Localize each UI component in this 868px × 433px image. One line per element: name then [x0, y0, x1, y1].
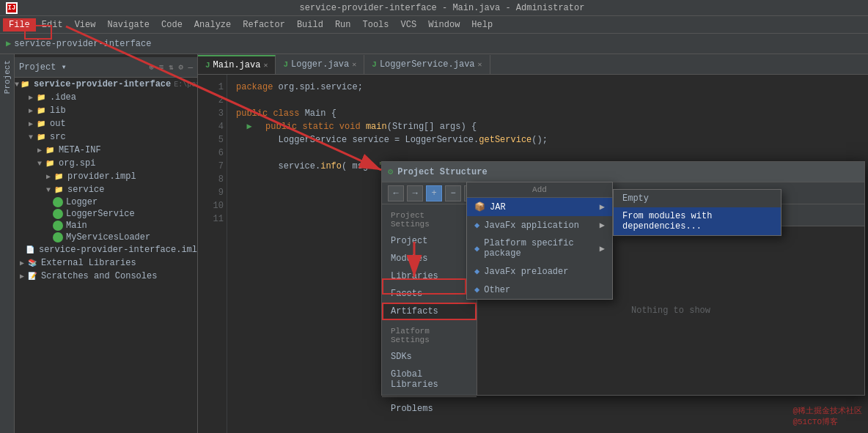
menu-view[interactable]: View	[69, 18, 102, 32]
tree-item-scratches[interactable]: ▶ 📝 Scratches and Consoles	[15, 270, 197, 283]
dialog-sidebar-modules[interactable]: Modules	[382, 250, 477, 267]
tab-loggerservice-java[interactable]: J LoggerService.java ✕	[364, 55, 490, 74]
folder-provider-icon: 📁	[53, 171, 65, 182]
dialog-forward-btn[interactable]: →	[407, 185, 423, 201]
tree-title: Project ▾	[19, 62, 67, 73]
tab-loggerservice-java-label: LoggerService.java	[380, 59, 475, 70]
menu-build[interactable]: Build	[291, 18, 329, 32]
menu-navigate[interactable]: Navigate	[101, 18, 155, 32]
tree-label-loggerservice: LoggerService	[66, 209, 135, 219]
tab-main-java[interactable]: J Main.java ✕	[198, 55, 276, 74]
dialog-sidebar-problems[interactable]: Problems	[382, 400, 477, 418]
menu-code[interactable]: Code	[155, 18, 188, 32]
tree-item-logger[interactable]: Logger	[15, 196, 197, 208]
tab-logger-close[interactable]: ✕	[352, 60, 356, 69]
dialog-sidebar-artifacts[interactable]: Artifacts	[382, 303, 477, 320]
tree-item-lib[interactable]: ▶ 📁 lib	[15, 104, 197, 117]
menu-edit[interactable]: Edit	[36, 18, 69, 32]
window-title: service-provider-interface - Main.java -…	[22, 3, 862, 13]
tree-item-src[interactable]: ▼ 📁 src	[15, 130, 197, 144]
iml-icon: 📄	[24, 244, 36, 256]
menu-window[interactable]: Window	[422, 18, 466, 32]
tree-item-orgspi[interactable]: ▼ 📁 org.spi	[15, 157, 197, 170]
jar-submenu-from-modules[interactable]: From modules with dependencies...	[614, 207, 781, 235]
tree-item-out[interactable]: ▶ 📁 out	[15, 117, 197, 130]
dialog-sidebar-global-libraries[interactable]: Global Libraries	[382, 366, 477, 393]
menu-tools[interactable]: Tools	[357, 18, 395, 32]
dialog-back-btn[interactable]: ←	[388, 185, 404, 201]
tree-label-iml: service-provider-interface.iml	[39, 245, 197, 255]
extlib-icon: 📚	[26, 257, 38, 269]
dialog-add-btn[interactable]: +	[426, 185, 442, 201]
nothing-to-show: Nothing to show	[631, 306, 710, 316]
tree-item-loggerservice[interactable]: LoggerService	[15, 208, 197, 220]
tab-logger-java-label: Logger.java	[291, 59, 349, 70]
editor-tabs: J Main.java ✕ J Logger.java ✕ J LoggerSe…	[198, 54, 868, 75]
tab-loggerservice-close[interactable]: ✕	[478, 60, 482, 69]
tree-arrow-provider: ▶	[44, 172, 53, 181]
dialog-sidebar: Project Settings Project Modules Librari…	[382, 204, 477, 395]
tree-item-iml[interactable]: 📄 service-provider-interface.iml	[15, 243, 197, 256]
tree-toolbar: Project ▾ ⊕ ≡ ⇅ ⚙ —	[15, 57, 197, 78]
menu-run[interactable]: Run	[329, 18, 357, 32]
tree-label-out: out	[50, 119, 66, 129]
menu-analyze[interactable]: Analyze	[188, 18, 237, 32]
add-menu-javafx[interactable]: ◆ JavaFx application ▶	[467, 216, 612, 234]
tab-loggerservice-java-icon: J	[372, 60, 377, 69]
tree-item-meta-inf[interactable]: ▶ 📁 META-INF	[15, 144, 197, 157]
side-tab-project[interactable]: Project	[1, 57, 13, 97]
add-menu-other[interactable]: ◆ Other	[467, 281, 612, 299]
tree-item-idea[interactable]: ▶ 📁 .idea	[15, 91, 197, 104]
tree-item-myservicesloader[interactable]: MyServicesLoader	[15, 232, 197, 243]
tree-arrow-lib: ▶	[26, 106, 35, 115]
side-panel: Project	[0, 54, 15, 433]
dialog-remove-btn[interactable]: −	[445, 185, 461, 201]
tree-arrow-extlib: ▶	[18, 259, 26, 267]
scratches-icon: 📝	[26, 270, 38, 282]
tree-label-extlib: External Libraries	[41, 258, 136, 268]
line-numbers: 12345 67891011	[198, 75, 227, 433]
project-toolbar: ▶ service-provider-interface	[0, 34, 868, 54]
tree-item-main[interactable]: Main	[15, 220, 197, 232]
menu-file[interactable]: File	[3, 18, 36, 32]
tree-item-provider[interactable]: ▶ 📁 provider.impl	[15, 170, 197, 183]
java-class-icon-myservices	[53, 232, 63, 243]
add-menu-jar[interactable]: 📦 JAR ▶	[467, 198, 612, 216]
java-class-icon-main	[53, 221, 63, 231]
tree-root[interactable]: ▼ 📁 service-provider-interface E:\person…	[15, 78, 197, 91]
tab-logger-java[interactable]: J Logger.java ✕	[276, 55, 364, 74]
folder-orgspi-icon: 📁	[44, 158, 56, 169]
dialog-sidebar-facets[interactable]: Facets	[382, 285, 477, 303]
menu-refactor[interactable]: Refactor	[237, 18, 291, 32]
dialog-sidebar-project[interactable]: Project	[382, 232, 477, 250]
add-menu-platform[interactable]: ◆ Platform specific package ▶	[467, 234, 612, 262]
jar-submenu-arrow: ▶	[600, 201, 605, 212]
add-menu-preloader-label: JavaFx preloader	[484, 267, 568, 277]
platform-submenu-arrow: ▶	[600, 243, 605, 254]
tab-main-close[interactable]: ✕	[263, 61, 268, 70]
jar-submenu-empty[interactable]: Empty	[614, 190, 781, 207]
tree-arrow-src: ▼	[26, 133, 35, 141]
folder-src-icon: 📁	[35, 131, 47, 143]
menu-bar: File Edit View Navigate Code Analyze Ref…	[0, 16, 868, 34]
dialog-sidebar-libraries[interactable]: Libraries	[382, 267, 477, 285]
tree-item-service[interactable]: ▼ 📁 service	[15, 183, 197, 196]
tree-arrow-scratches: ▶	[18, 272, 26, 281]
menu-help[interactable]: Help	[466, 18, 499, 32]
folder-meta-icon: 📁	[44, 144, 56, 156]
javafx-icon: ◆	[474, 220, 479, 231]
javafx-submenu-arrow: ▶	[600, 220, 605, 231]
menu-vcs[interactable]: VCS	[395, 18, 423, 32]
add-dropdown-menu: Add 📦 JAR ▶ ◆ JavaFx application ▶ ◆ Pla…	[466, 182, 613, 300]
dialog-sidebar-sdks[interactable]: SDKs	[382, 348, 477, 366]
tree-label-lib: lib	[50, 106, 66, 116]
tree-label-meta: META-INF	[59, 145, 101, 155]
folder-out-icon: 📁	[35, 118, 47, 130]
tree-label-logger: Logger	[66, 197, 98, 207]
dialog-sidebar-project-settings: Project Settings	[382, 207, 477, 232]
add-menu-javafx-preloader[interactable]: ◆ JavaFx preloader	[467, 262, 612, 281]
tree-arrow-out: ▶	[26, 119, 35, 128]
tree-arrow-meta: ▶	[35, 146, 44, 155]
platform-icon: ◆	[474, 243, 479, 254]
tree-item-extlib[interactable]: ▶ 📚 External Libraries	[15, 256, 197, 270]
